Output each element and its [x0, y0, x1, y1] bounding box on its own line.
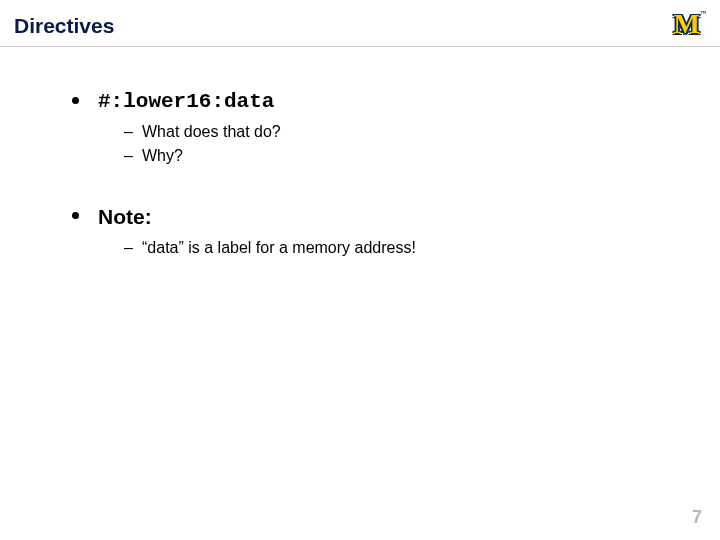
logo-letter: M	[674, 8, 698, 39]
bullet-dot-icon	[72, 97, 79, 104]
sub-bullet-text: “data” is a label for a memory address!	[142, 239, 416, 256]
title-divider	[0, 46, 720, 47]
sub-bullet-item: – Why?	[124, 147, 680, 165]
dash-icon: –	[124, 239, 133, 257]
bullet-dot-icon	[72, 212, 79, 219]
logo-trademark: ™	[700, 10, 706, 16]
slide-content: #:lower16:data – What does that do? – Wh…	[72, 90, 680, 297]
bullet-item: Note:	[72, 205, 680, 229]
dash-icon: –	[124, 147, 133, 165]
sub-bullet-text: Why?	[142, 147, 183, 164]
sub-bullet-item: – “data” is a label for a memory address…	[124, 239, 680, 257]
sub-bullet-text: What does that do?	[142, 123, 281, 140]
page-number: 7	[692, 507, 702, 528]
sub-list: – “data” is a label for a memory address…	[124, 239, 680, 257]
um-logo: M™	[674, 10, 706, 38]
slide-title: Directives	[14, 14, 114, 38]
bullet-item: #:lower16:data	[72, 90, 680, 113]
bullet-text: Note:	[98, 205, 152, 228]
dash-icon: –	[124, 123, 133, 141]
sub-list: – What does that do? – Why?	[124, 123, 680, 165]
sub-bullet-item: – What does that do?	[124, 123, 680, 141]
slide: Directives M™ #:lower16:data – What does…	[0, 0, 720, 540]
bullet-text: #:lower16:data	[98, 90, 274, 113]
